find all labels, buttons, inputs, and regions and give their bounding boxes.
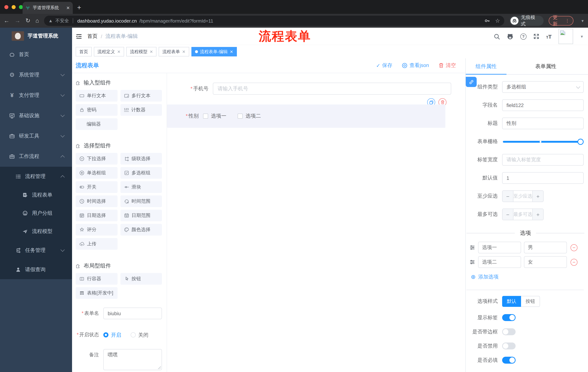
sidebar-fold-icon[interactable] xyxy=(76,33,82,39)
option-value-input[interactable]: 男 xyxy=(524,242,567,253)
font-size-icon[interactable]: TT xyxy=(546,33,552,40)
decrease-button[interactable]: − xyxy=(503,191,514,202)
grid-slider[interactable] xyxy=(502,136,584,148)
tag-close-icon[interactable]: ✕ xyxy=(182,49,185,54)
sidebar-item-process-model[interactable]: 流程模型 xyxy=(0,223,72,241)
drag-handle-icon[interactable] xyxy=(469,244,475,250)
tag-process-definition[interactable]: 流程定义✕ xyxy=(94,47,124,56)
palette-item-editor[interactable]: 编辑器 xyxy=(76,118,117,130)
browser-menu-icon[interactable]: ⋮ xyxy=(565,18,569,23)
add-option-button[interactable]: ⊕ 添加选项 xyxy=(471,274,588,280)
palette-item-row-container[interactable]: 行容器 xyxy=(76,273,117,285)
tag-close-icon[interactable]: ✕ xyxy=(149,49,153,54)
palette-item-multi-text[interactable]: 多行文本 xyxy=(120,90,162,102)
tag-process-form-edit[interactable]: 流程表单-编辑✕ xyxy=(191,47,237,56)
disabled-toggle[interactable] xyxy=(502,342,515,350)
gender-option-2[interactable]: 选项二 xyxy=(238,113,261,119)
sidebar-item-process-form[interactable]: 流程表单 xyxy=(0,186,72,204)
profile-chevron-icon[interactable]: ▼ xyxy=(581,19,584,23)
back-icon[interactable]: ← xyxy=(4,18,10,24)
avatar-chevron-icon[interactable]: ▼ xyxy=(580,34,584,38)
palette-item-date-range[interactable]: 日期范围 xyxy=(120,210,162,221)
default-value-input[interactable]: 1 xyxy=(502,172,584,184)
slider-track[interactable] xyxy=(503,141,581,143)
sidebar-item-payment[interactable]: ¥ 支付管理 xyxy=(0,85,72,106)
slider-handle[interactable] xyxy=(578,139,584,145)
remove-option-button[interactable]: − xyxy=(570,259,578,266)
title-input[interactable]: 性别 xyxy=(502,117,584,129)
new-tab-button[interactable]: + xyxy=(77,4,81,12)
checkbox-icon[interactable] xyxy=(238,114,243,119)
help-icon[interactable]: ? xyxy=(520,33,526,40)
browser-tab[interactable]: 芋道管理系统 ✕ xyxy=(22,2,73,14)
phone-field-row[interactable]: *手机号 请输入手机号 xyxy=(184,83,451,95)
sidebar-item-system[interactable]: ⚙ 系统管理 xyxy=(0,65,72,85)
tab-component-props[interactable]: 组件属性 xyxy=(466,58,506,74)
status-off-radio[interactable]: 关闭 xyxy=(131,329,148,341)
palette-item-color[interactable]: 颜色选择 xyxy=(120,224,162,235)
remove-option-button[interactable]: − xyxy=(570,244,578,251)
palette-item-rate[interactable]: 评分 xyxy=(76,224,117,235)
tag-process-model[interactable]: 流程模型✕ xyxy=(126,47,157,56)
palette-item-date[interactable]: 日期选择 xyxy=(76,210,117,221)
palette-item-cascade[interactable]: 级联选择 xyxy=(120,153,162,165)
min-check-stepper[interactable]: − 至少应选 + xyxy=(502,190,544,202)
clear-button[interactable]: 清空 xyxy=(439,62,456,69)
gender-field-row-selected[interactable]: *性别 选项一 选项二 xyxy=(167,105,445,128)
option-name-input[interactable]: 选项二 xyxy=(478,256,521,268)
palette-item-time-range[interactable]: 时间范围 xyxy=(120,195,162,207)
sidebar-item-leave-query[interactable]: 请假查询 xyxy=(0,260,72,279)
sidebar-item-process-mgmt[interactable]: 流程管理 xyxy=(0,167,72,186)
fullscreen-icon[interactable] xyxy=(533,33,539,39)
link-tag[interactable] xyxy=(466,77,477,87)
increase-button[interactable]: + xyxy=(532,209,543,220)
palette-item-upload[interactable]: 上传 xyxy=(76,238,117,250)
palette-item-radio-group[interactable]: 单选框组 xyxy=(76,167,117,179)
field-name-input[interactable]: field122 xyxy=(502,99,584,111)
palette-item-slider[interactable]: 滑块 xyxy=(120,181,162,193)
github-icon[interactable] xyxy=(507,33,514,40)
increase-button[interactable]: + xyxy=(532,191,543,202)
palette-item-password[interactable]: 密码 xyxy=(76,104,117,116)
palette-item-button[interactable]: 按钮 xyxy=(120,273,162,285)
label-width-input[interactable]: 请输入标签宽度 xyxy=(502,154,584,166)
save-button[interactable]: ✓保存 xyxy=(376,62,392,69)
decrease-button[interactable]: − xyxy=(503,209,514,220)
palette-item-switch[interactable]: 开关 xyxy=(76,181,117,193)
sidebar-item-home[interactable]: 首页 xyxy=(0,44,72,65)
gender-option-1[interactable]: 选项一 xyxy=(203,113,226,119)
palette-item-counter[interactable]: 123计数器 xyxy=(120,104,162,116)
sidebar-item-workflow[interactable]: 工作流程 xyxy=(0,146,72,167)
zoom-window-icon[interactable] xyxy=(19,5,23,9)
status-on-radio[interactable]: 开启 xyxy=(103,329,121,341)
max-check-stepper[interactable]: − 最多可选 + xyxy=(502,209,544,220)
forward-icon[interactable]: → xyxy=(15,18,20,24)
form-name-input[interactable]: biubiu xyxy=(103,308,162,319)
close-window-icon[interactable] xyxy=(4,5,8,9)
tag-process-form[interactable]: 流程表单✕ xyxy=(159,47,189,56)
palette-item-checkbox-group[interactable]: 多选框组 xyxy=(120,167,162,179)
option-name-input[interactable]: 选项一 xyxy=(478,242,521,253)
bookmark-star-icon[interactable]: ☆ xyxy=(495,18,500,24)
tab-form-props[interactable]: 表单属性 xyxy=(525,58,566,74)
sidebar-item-user-group[interactable]: 用户分组 xyxy=(0,204,72,223)
avatar[interactable] xyxy=(558,29,573,44)
address-bar[interactable]: ▲ 不安全 dashboard.yudao.iocoder.cn/bpm/man… xyxy=(44,16,504,26)
sidebar-item-infra[interactable]: 基础设施 xyxy=(0,106,72,126)
key-icon[interactable] xyxy=(484,18,490,24)
window-controls[interactable] xyxy=(4,5,23,9)
tag-close-icon[interactable]: ✕ xyxy=(117,49,120,54)
option-value-input[interactable]: 女 xyxy=(524,256,567,268)
sidebar-item-task-mgmt[interactable]: 任务管理 xyxy=(0,241,72,260)
required-toggle[interactable] xyxy=(502,357,515,364)
show-label-toggle[interactable] xyxy=(502,314,515,321)
view-json-button[interactable]: 查看json xyxy=(402,62,429,69)
update-button[interactable]: 更新 ⋮ xyxy=(549,16,573,25)
tab-close-icon[interactable]: ✕ xyxy=(66,5,70,10)
tag-close-icon[interactable]: ✕ xyxy=(230,49,233,54)
palette-item-table[interactable]: 表格[开发中] xyxy=(76,287,117,299)
palette-item-time[interactable]: 时间选择 xyxy=(76,195,117,207)
border-toggle[interactable] xyxy=(502,328,515,335)
home-icon[interactable]: ⌂ xyxy=(35,18,39,24)
form-remark-textarea[interactable]: 嘿嘿 xyxy=(103,349,162,370)
